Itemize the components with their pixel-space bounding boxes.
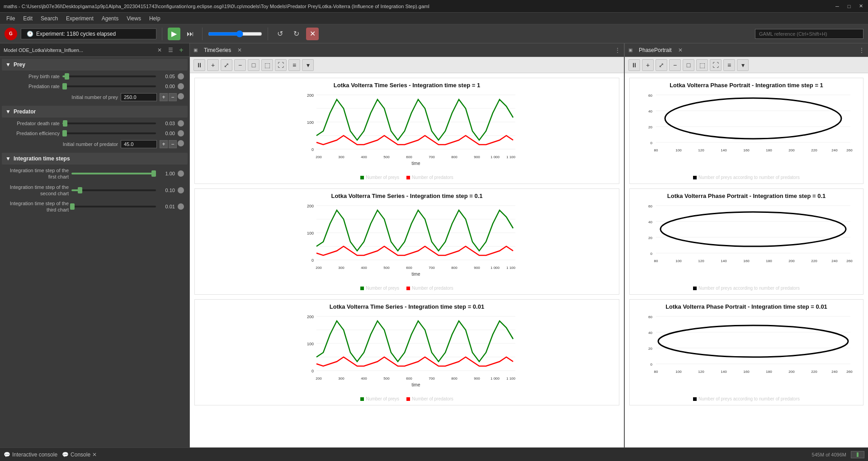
legend-preys-label-2: Number of preys <box>366 286 399 291</box>
predator-death-rate-label: Predator death rate <box>5 121 60 126</box>
svg-text:260: 260 <box>846 148 853 152</box>
console-tab[interactable]: 💬 Console ✕ <box>62 452 97 458</box>
select-button[interactable]: ⬚ <box>261 59 273 71</box>
pp-select-button[interactable]: ⬚ <box>696 59 708 71</box>
timeseries-chart-2-svg: 200 100 0 200 300 400 500 600 700 800 90… <box>198 201 615 282</box>
predation-efficiency-slider-thumb[interactable] <box>62 130 67 136</box>
interactive-console-icon: 💬 <box>4 452 10 458</box>
pp-layers-button[interactable]: ≡ <box>723 59 735 71</box>
pp-expand-button[interactable]: ⛶ <box>710 59 722 71</box>
menu-edit[interactable]: Edit <box>19 14 36 23</box>
legend-preys-label-3: Number of preys <box>366 396 399 401</box>
svg-text:800: 800 <box>451 376 458 381</box>
initial-prey-increment[interactable]: + <box>160 93 168 101</box>
integration-step3-slider-thumb[interactable] <box>70 203 75 210</box>
integration-step2-slider-thumb[interactable] <box>78 187 82 193</box>
pp-zoom-in-button[interactable]: + <box>642 59 654 71</box>
timeseries-chart-2-title: Lotka Volterra Time Series - Integration… <box>198 193 615 199</box>
predator-section-header[interactable]: ▼ Predator <box>2 106 188 118</box>
svg-text:0: 0 <box>311 147 314 152</box>
initial-prey-decrement[interactable]: − <box>169 93 177 101</box>
maximize-button[interactable]: □ <box>845 3 853 10</box>
integration-section-label: Integration time steps <box>14 155 70 162</box>
speed-slider[interactable] <box>208 30 262 38</box>
zoom-out-button[interactable]: − <box>234 59 246 71</box>
pause-button[interactable]: ⏸ <box>193 59 205 71</box>
timeseries-tab[interactable]: TimeSeries <box>200 47 235 53</box>
predation-rate-slider-thumb[interactable] <box>62 83 67 89</box>
menu-search[interactable]: Search <box>37 14 61 23</box>
left-panel-close[interactable]: ✕ <box>155 46 164 55</box>
menu-experiment[interactable]: Experiment <box>62 14 97 23</box>
integration-step1-slider-thumb[interactable] <box>151 170 156 177</box>
prey-birth-rate-slider-track[interactable] <box>62 75 156 77</box>
svg-text:300: 300 <box>338 376 344 381</box>
pp-legend-label-1: Number of preys according to number of p… <box>698 175 800 180</box>
timeseries-menu-icon[interactable]: ⋮ <box>615 47 620 53</box>
left-panel-title: Model ODE_LotkaVolterra_Influen... <box>4 47 153 53</box>
expand-button[interactable]: ⛶ <box>275 59 287 71</box>
gaml-search-input[interactable] <box>755 29 863 39</box>
predator-arrow-icon: ▼ <box>5 108 11 115</box>
step-button[interactable]: ⏭ <box>184 28 197 40</box>
svg-text:300: 300 <box>338 155 344 159</box>
predation-efficiency-slider-track[interactable] <box>62 132 156 134</box>
pp-dropdown-button[interactable]: ▾ <box>737 59 749 71</box>
minimize-button[interactable]: ─ <box>834 3 841 10</box>
left-panel-menu[interactable]: ☰ <box>166 46 175 55</box>
stop-button[interactable]: ✕ <box>306 28 319 40</box>
svg-text:600: 600 <box>406 266 412 270</box>
menu-views[interactable]: Views <box>123 14 145 23</box>
menu-file[interactable]: File <box>3 14 19 23</box>
console-close[interactable]: ✕ <box>92 452 97 458</box>
phase-portrait-close[interactable]: ✕ <box>678 47 683 53</box>
integration-section-header[interactable]: ▼ Integration time steps <box>2 153 188 165</box>
svg-text:0: 0 <box>311 369 314 373</box>
svg-text:220: 220 <box>811 259 817 263</box>
svg-point-75 <box>665 98 841 139</box>
integration-step2-slider-track[interactable] <box>71 189 156 191</box>
prey-section-header[interactable]: ▼ Prey <box>2 59 188 71</box>
play-button[interactable]: ▶ <box>168 28 180 40</box>
initial-predator-decrement[interactable]: − <box>169 140 177 148</box>
menu-help[interactable]: Help <box>146 14 164 23</box>
pp-pause-button[interactable]: ⏸ <box>628 59 640 71</box>
phase-portrait-charts-container: Lotka Volterra Phase Portrait - Integrat… <box>625 73 868 447</box>
integration-step2-indicator <box>178 187 184 193</box>
phase-portrait-tab[interactable]: PhasePortrait <box>635 47 675 53</box>
snapshot-button[interactable]: □ <box>248 59 259 71</box>
memory-bar-fill <box>857 452 859 457</box>
pp-fit-button[interactable]: ⤢ <box>656 59 667 71</box>
left-panel-add[interactable]: + <box>177 46 186 55</box>
initial-prey-input[interactable] <box>121 93 157 101</box>
dropdown-button[interactable]: ▾ <box>302 59 314 71</box>
svg-text:0: 0 <box>311 258 314 263</box>
refresh-button[interactable]: ↺ <box>274 28 286 40</box>
phase-portrait-menu-icon[interactable]: ⋮ <box>859 47 864 53</box>
fit-button[interactable]: ⤢ <box>221 59 232 71</box>
initial-predator-input[interactable] <box>121 140 157 148</box>
interactive-console-tab[interactable]: 💬 Interactive console <box>4 452 57 458</box>
predator-death-rate-slider-track[interactable] <box>62 122 156 124</box>
zoom-in-button[interactable]: + <box>207 59 219 71</box>
phase-portrait-icon: ▣ <box>628 47 632 52</box>
svg-text:160: 160 <box>743 148 750 152</box>
predator-death-rate-slider-thumb[interactable] <box>63 120 67 127</box>
integration-step1-value: 1.00 <box>159 171 175 176</box>
predator-death-rate-value: 0.03 <box>159 121 175 126</box>
close-button[interactable]: ✕ <box>857 3 864 10</box>
integration-step3-slider-track[interactable] <box>71 206 156 207</box>
refresh2-button[interactable]: ↻ <box>290 28 302 40</box>
pp-legend-icon-2 <box>693 287 697 290</box>
svg-text:1 000: 1 000 <box>491 266 500 270</box>
pp-snapshot-button[interactable]: □ <box>683 59 694 71</box>
title-bar: maths - C:\Users\jb07e36l\Desktop\gama1p… <box>0 0 868 13</box>
menu-agents[interactable]: Agents <box>98 14 122 23</box>
pp-zoom-out-button[interactable]: − <box>669 59 681 71</box>
initial-predator-increment[interactable]: + <box>160 140 168 148</box>
layers-button[interactable]: ≡ <box>288 59 300 71</box>
svg-text:0: 0 <box>651 141 653 145</box>
timeseries-close[interactable]: ✕ <box>237 47 242 53</box>
prey-birth-rate-slider-thumb[interactable] <box>65 73 69 80</box>
predation-rate-slider-track[interactable] <box>62 85 156 87</box>
